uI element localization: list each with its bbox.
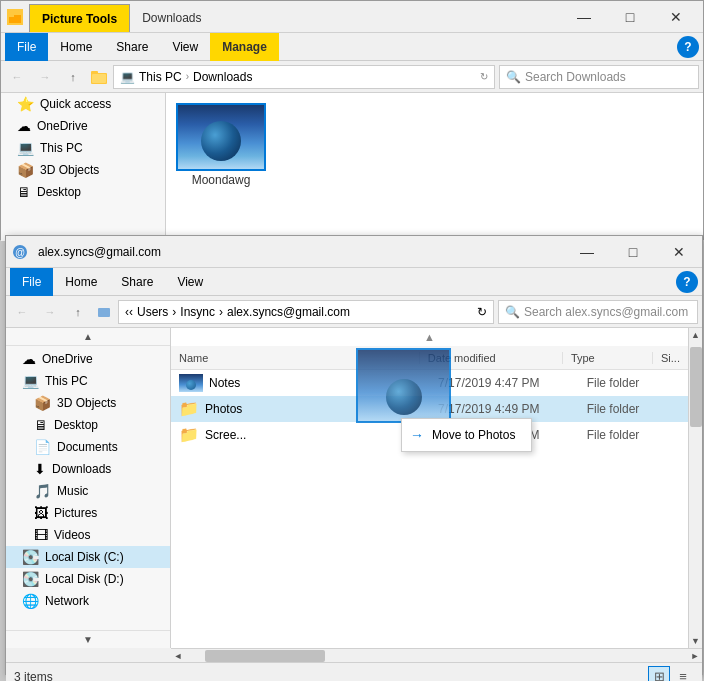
fg-sidebar-item-local-disk-c[interactable]: 💽 Local Disk (C:) <box>6 546 170 568</box>
minimize-button[interactable]: — <box>561 1 607 33</box>
move-to-photos-label: Move to Photos <box>432 428 515 442</box>
move-to-photos-item[interactable]: → Move to Photos <box>402 423 531 447</box>
scroll-thumb[interactable] <box>690 347 702 427</box>
fg-sidebar-item-documents[interactable]: 📄 Documents <box>6 436 170 458</box>
svg-rect-2 <box>7 13 14 17</box>
maximize-button[interactable]: □ <box>607 1 653 33</box>
fg-ribbon-tab-view[interactable]: View <box>165 268 215 296</box>
file-name-notes: Notes <box>171 374 430 392</box>
fg-maximize-button[interactable]: □ <box>610 236 656 268</box>
fg-forward-button[interactable]: → <box>38 300 62 324</box>
file-icon-moondawg[interactable]: Moondawg <box>176 103 266 187</box>
fg-sidebar-scroll-down[interactable]: ▼ <box>6 630 170 648</box>
horizontal-scrollbar[interactable]: ◄ ► <box>171 648 702 662</box>
bg-content: ⭐ Quick access ☁ OneDrive 💻 This PC 📦 3D… <box>1 93 703 241</box>
fg-search-icon: 🔍 <box>505 305 520 319</box>
fg-up-button[interactable]: ↑ <box>66 300 90 324</box>
sidebar-item-this-pc[interactable]: 💻 This PC <box>1 137 165 159</box>
file-type-screenshots: File folder <box>579 428 672 442</box>
notes-thumbnail <box>179 374 203 392</box>
search-box[interactable]: 🔍 Search Downloads <box>499 65 699 89</box>
ribbon-tab-home[interactable]: Home <box>48 33 104 61</box>
fg-sidebar-item-music[interactable]: 🎵 Music <box>6 480 170 502</box>
fg-file-area: ▲ Name Date modified Type Si... Notes 7/… <box>171 328 688 648</box>
ribbon-tab-view[interactable]: View <box>160 33 210 61</box>
scroll-up-arrow[interactable]: ▲ <box>689 328 703 342</box>
fg-sidebar: ▲ ☁ OneDrive 💻 This PC 📦 3D Objects 🖥 De… <box>6 328 171 648</box>
fg-ribbon-tab-share[interactable]: Share <box>109 268 165 296</box>
fg-window-controls: — □ ✕ <box>564 236 702 268</box>
ribbon-tab-manage[interactable]: Manage <box>210 33 279 61</box>
fg-statusbar: 3 items ⊞ ≡ <box>6 662 702 681</box>
sidebar-item-desktop[interactable]: 🖥 Desktop <box>1 181 165 203</box>
col-header-modified[interactable]: Date modified <box>420 352 563 364</box>
fg-sidebar-item-3d-objects[interactable]: 📦 3D Objects <box>6 392 170 414</box>
close-button[interactable]: ✕ <box>653 1 699 33</box>
refresh-icon[interactable]: ↻ <box>477 305 487 319</box>
vertical-scrollbar[interactable]: ▲ ▼ <box>688 328 702 648</box>
scroll-right-arrow[interactable]: ► <box>688 649 702 663</box>
forward-button[interactable]: → <box>33 65 57 89</box>
fg-sidebar-item-videos[interactable]: 🎞 Videos <box>6 524 170 546</box>
search-icon: 🔍 <box>506 70 521 84</box>
fg-minimize-button[interactable]: — <box>564 236 610 268</box>
file-row-notes[interactable]: Notes 7/17/2019 4:47 PM File folder <box>171 370 688 396</box>
back-button[interactable]: ← <box>5 65 29 89</box>
up-button[interactable]: ↑ <box>61 65 85 89</box>
sort-indicator: ▲ <box>171 328 688 346</box>
scroll-down-arrow[interactable]: ▼ <box>689 634 703 648</box>
bg-ribbon: File Home Share View Manage ? <box>1 33 703 61</box>
fg-sidebar-item-network[interactable]: 🌐 Network <box>6 590 170 612</box>
col-header-size[interactable]: Si... <box>653 352 688 364</box>
file-modified-photos: 7/17/2019 4:49 PM <box>430 402 579 416</box>
fg-back-button[interactable]: ← <box>10 300 34 324</box>
fg-search-box[interactable]: 🔍 Search alex.syncs@gmail.com <box>498 300 698 324</box>
fg-window-title: alex.syncs@gmail.com <box>34 245 564 259</box>
view-buttons: ⊞ ≡ <box>648 666 694 682</box>
scroll-h-thumb[interactable] <box>205 650 325 662</box>
help-button[interactable]: ? <box>677 36 699 58</box>
file-name-screenshots: 📁 Scree... <box>171 425 430 444</box>
col-header-type[interactable]: Type <box>563 352 653 364</box>
scroll-h-track[interactable] <box>185 649 688 663</box>
drag-tooltip: → Move to Photos <box>401 418 532 452</box>
fg-address-path[interactable]: ‹‹ Users › Insync › alex.syncs@gmail.com… <box>118 300 494 324</box>
scroll-left-arrow[interactable]: ◄ <box>171 649 185 663</box>
fg-location-icon <box>94 302 114 322</box>
bg-window-controls: — □ ✕ <box>557 1 703 33</box>
col-header-name[interactable]: Name <box>171 352 420 364</box>
fg-close-button[interactable]: ✕ <box>656 236 702 268</box>
bg-file-area: Moondawg <box>166 93 703 241</box>
fg-sidebar-scroll-up[interactable]: ▲ <box>6 328 170 346</box>
fg-sidebar-item-onedrive[interactable]: ☁ OneDrive <box>6 348 170 370</box>
fg-help-button[interactable]: ? <box>676 271 698 293</box>
fg-sidebar-item-downloads[interactable]: ⬇ Downloads <box>6 458 170 480</box>
fg-sidebar-item-pictures[interactable]: 🖼 Pictures <box>6 502 170 524</box>
title-tab-picture-tools[interactable]: Picture Tools <box>29 4 130 32</box>
bg-titlebar: Picture Tools Downloads — □ ✕ <box>1 1 703 33</box>
view-details[interactable]: ≡ <box>672 666 694 682</box>
location-icon <box>89 67 109 87</box>
fg-addressbar: ← → ↑ ‹‹ Users › Insync › alex.syncs@gma… <box>6 296 702 328</box>
fg-sidebar-items: ☁ OneDrive 💻 This PC 📦 3D Objects 🖥 Desk… <box>6 328 170 612</box>
fg-sidebar-item-desktop[interactable]: 🖥 Desktop <box>6 414 170 436</box>
scroll-track[interactable] <box>689 342 703 634</box>
sidebar-item-onedrive[interactable]: ☁ OneDrive <box>1 115 165 137</box>
fg-window-icon: @ <box>10 242 30 262</box>
file-type-notes: File folder <box>579 376 672 390</box>
sidebar-item-quick-access[interactable]: ⭐ Quick access <box>1 93 165 115</box>
fg-ribbon-tab-file[interactable]: File <box>10 268 53 296</box>
earth-image <box>201 121 241 161</box>
folder-icon-screenshots: 📁 <box>179 425 199 444</box>
fg-sidebar-item-this-pc[interactable]: 💻 This PC <box>6 370 170 392</box>
fg-ribbon-tab-home[interactable]: Home <box>53 268 109 296</box>
ribbon-tab-file[interactable]: File <box>5 33 48 61</box>
bg-window-icon <box>5 7 25 27</box>
fg-sidebar-item-local-disk-d[interactable]: 💽 Local Disk (D:) <box>6 568 170 590</box>
view-large-icons[interactable]: ⊞ <box>648 666 670 682</box>
sidebar-item-3d-objects[interactable]: 📦 3D Objects <box>1 159 165 181</box>
title-tab-downloads[interactable]: Downloads <box>130 4 213 32</box>
move-arrow-icon: → <box>410 427 424 443</box>
address-path[interactable]: 💻 This PC › Downloads ↻ <box>113 65 495 89</box>
ribbon-tab-share[interactable]: Share <box>104 33 160 61</box>
